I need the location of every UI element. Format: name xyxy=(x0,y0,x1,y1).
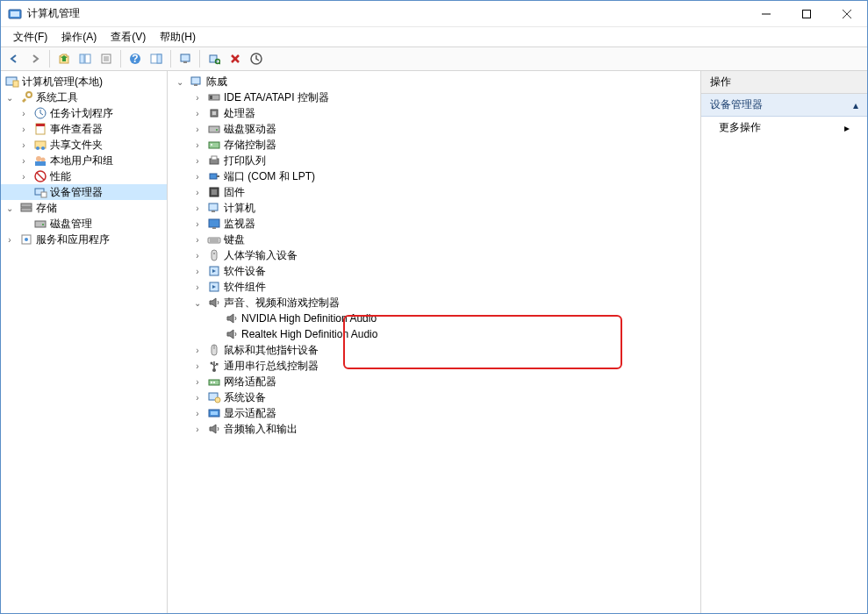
properties-button[interactable] xyxy=(97,49,116,68)
expander-icon[interactable]: › xyxy=(190,359,204,373)
expander-icon[interactable]: › xyxy=(190,390,204,404)
expander-icon[interactable]: › xyxy=(190,264,204,278)
back-button[interactable] xyxy=(4,49,24,68)
svg-rect-41 xyxy=(21,203,32,207)
expander-icon[interactable]: › xyxy=(17,169,31,183)
tree-localusers[interactable]: › 本地用户和组 xyxy=(1,153,167,168)
dev-sound-nvidia[interactable]: NVIDIA High Definition Audio xyxy=(168,311,700,326)
menubar: 文件(F) 操作(A) 查看(V) 帮助(H) xyxy=(1,27,867,46)
enable-button[interactable] xyxy=(247,49,266,68)
device-tree[interactable]: ⌄陈威›IDE ATA/ATAPI 控制器›处理器›磁盘驱动器›存储控制器›打印… xyxy=(168,71,700,613)
actions-section-label: 设备管理器 xyxy=(710,97,763,112)
expander-icon[interactable]: › xyxy=(190,122,204,136)
action-pane-button[interactable] xyxy=(147,49,166,68)
expander-icon[interactable]: › xyxy=(190,217,204,231)
dev-sound[interactable]: ⌄声音、视频和游戏控制器 xyxy=(168,295,700,311)
dev-sysdev[interactable]: ›系统设备 xyxy=(168,389,700,405)
svg-point-33 xyxy=(41,146,45,150)
forward-button[interactable] xyxy=(25,49,45,68)
expander-icon[interactable]: › xyxy=(190,343,204,357)
dev-monitor[interactable]: ›监视器 xyxy=(168,216,700,232)
dev-label: 软件组件 xyxy=(224,280,266,295)
expander-icon[interactable]: › xyxy=(190,248,204,262)
dev-mouse[interactable]: ›鼠标和其他指针设备 xyxy=(168,342,700,358)
tree-diskmgr[interactable]: 磁盘管理 xyxy=(1,216,167,232)
svg-point-44 xyxy=(42,224,44,225)
expander-icon[interactable]: › xyxy=(190,406,204,420)
expander-icon[interactable]: › xyxy=(190,201,204,215)
dev-ide[interactable]: ›IDE ATA/ATAPI 控制器 xyxy=(168,89,700,105)
tree-root[interactable]: 计算机管理(本地) xyxy=(1,74,167,89)
tree-services[interactable]: › 服务和应用程序 xyxy=(1,232,167,247)
dev-ports[interactable]: ›端口 (COM 和 LPT) xyxy=(168,168,700,184)
dev-printq[interactable]: ›打印队列 xyxy=(168,153,700,168)
expander-icon[interactable]: › xyxy=(190,138,204,152)
monitor-button[interactable] xyxy=(176,49,195,68)
tree-label: 磁盘管理 xyxy=(50,217,92,232)
close-button[interactable] xyxy=(827,1,867,27)
sys-icon xyxy=(207,390,221,404)
tree-perf[interactable]: › 性能 xyxy=(1,168,167,184)
expander-icon[interactable]: › xyxy=(190,185,204,199)
menu-file[interactable]: 文件(F) xyxy=(6,28,54,46)
dev-storage[interactable]: ›存储控制器 xyxy=(168,137,700,153)
dev-label: 打印队列 xyxy=(224,154,266,168)
expander-icon[interactable]: ⌄ xyxy=(173,75,187,89)
dev-swcomp[interactable]: ›软件组件 xyxy=(168,279,700,295)
expander-icon[interactable]: › xyxy=(190,375,204,389)
dev-sound-realtek[interactable]: Realtek High Definition Audio xyxy=(168,326,700,342)
expander-icon[interactable]: › xyxy=(190,106,204,120)
expander-icon[interactable]: › xyxy=(190,232,204,246)
expander-icon[interactable]: › xyxy=(190,169,204,183)
expander-icon[interactable]: › xyxy=(3,232,17,246)
menu-action[interactable]: 操作(A) xyxy=(54,28,104,46)
expander-icon[interactable]: › xyxy=(17,138,31,152)
up-button[interactable] xyxy=(54,49,74,68)
expander-icon[interactable]: › xyxy=(190,422,204,436)
dev-hid[interactable]: ›人体学输入设备 xyxy=(168,247,700,263)
actions-section[interactable]: 设备管理器 ▴ xyxy=(701,94,867,117)
expander-icon[interactable]: › xyxy=(190,280,204,294)
expander-icon[interactable]: › xyxy=(17,122,31,136)
show-hide-tree-button[interactable] xyxy=(75,49,95,68)
left-tree[interactable]: 计算机管理(本地) ⌄ 系统工具 › 任务计划程序 › 事件查看器 › 共享文件… xyxy=(1,71,168,613)
expander-icon[interactable]: ⌄ xyxy=(190,296,204,310)
expander-icon[interactable]: › xyxy=(190,90,204,104)
expander-icon[interactable]: › xyxy=(190,154,204,168)
dev-cpu[interactable]: ›处理器 xyxy=(168,105,700,121)
dev-usb[interactable]: ›通用串行总线控制器 xyxy=(168,358,700,374)
dev-display[interactable]: ›显示适配器 xyxy=(168,405,700,421)
dev-keyboard[interactable]: ›键盘 xyxy=(168,232,700,247)
expander-icon[interactable]: ⌄ xyxy=(3,90,17,104)
dev-computer[interactable]: ›计算机 xyxy=(168,200,700,216)
actions-more-label: 更多操作 xyxy=(719,120,761,135)
port-icon xyxy=(207,169,221,183)
dev-root[interactable]: ⌄陈威 xyxy=(168,74,700,89)
dev-net[interactable]: ›网络适配器 xyxy=(168,374,700,389)
help-button[interactable]: ? xyxy=(126,49,145,68)
dev-disk[interactable]: ›磁盘驱动器 xyxy=(168,121,700,137)
app-icon xyxy=(8,7,22,21)
svg-rect-1 xyxy=(11,11,19,17)
minimize-button[interactable] xyxy=(746,1,786,27)
dev-audioio[interactable]: ›音频输入和输出 xyxy=(168,421,700,437)
expander-icon[interactable]: › xyxy=(17,154,31,168)
actions-more[interactable]: 更多操作 ▸ xyxy=(701,117,867,139)
tree-storage[interactable]: ⌄ 存储 xyxy=(1,200,167,216)
maximize-button[interactable] xyxy=(786,1,827,27)
delete-button[interactable] xyxy=(226,49,245,68)
disp-icon xyxy=(207,406,221,420)
dev-swdev[interactable]: ›软件设备 xyxy=(168,263,700,279)
tree-eventvwr[interactable]: › 事件查看器 xyxy=(1,121,167,137)
dev-firmware[interactable]: ›固件 xyxy=(168,184,700,200)
tree-devmgr[interactable]: 设备管理器 xyxy=(1,184,167,200)
expander-icon[interactable]: › xyxy=(17,106,31,120)
tree-tasksched[interactable]: › 任务计划程序 xyxy=(1,105,167,121)
menu-view[interactable]: 查看(V) xyxy=(104,28,153,46)
dev-label: 音频输入和输出 xyxy=(224,422,298,437)
tree-shared[interactable]: › 共享文件夹 xyxy=(1,137,167,153)
expander-icon[interactable]: ⌄ xyxy=(3,201,17,215)
scan-button[interactable] xyxy=(204,49,224,68)
tree-systools[interactable]: ⌄ 系统工具 xyxy=(1,89,167,105)
menu-help[interactable]: 帮助(H) xyxy=(153,28,203,46)
